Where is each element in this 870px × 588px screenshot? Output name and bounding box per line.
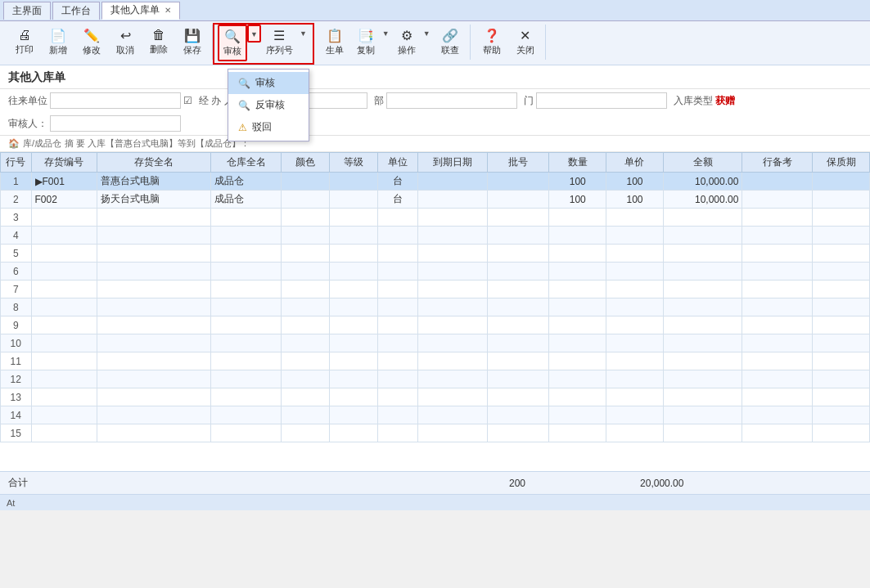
save-button[interactable]: 💾 保存	[176, 25, 209, 60]
table-row[interactable]: 10	[1, 334, 870, 352]
operate-dropdown-arrow[interactable]: ▼	[421, 25, 433, 41]
table-cell	[211, 370, 282, 388]
help-button[interactable]: ❓ 帮助	[476, 25, 508, 60]
table-cell	[488, 298, 549, 316]
table-row[interactable]: 5	[1, 245, 870, 263]
table-cell	[663, 352, 742, 370]
audit-dropdown-arrow[interactable]: ▼	[247, 25, 261, 43]
delete-label: 删除	[150, 43, 168, 56]
table-cell	[663, 245, 742, 263]
new-button[interactable]: 📄 新增	[42, 25, 74, 60]
table-row[interactable]: 2F002扬天台式电脑成品仓台10010010,000.00	[1, 191, 870, 209]
delete-button[interactable]: 🗑 删除	[142, 25, 175, 59]
save-icon: 💾	[184, 28, 201, 43]
table-cell	[488, 263, 549, 281]
table-cell	[31, 227, 97, 245]
table-row[interactable]: 7	[1, 281, 870, 298]
print-button[interactable]: 🖨 打印	[8, 25, 41, 59]
table-cell	[549, 370, 606, 388]
table-cell	[488, 388, 549, 406]
table-cell	[663, 209, 742, 227]
door-input[interactable]	[536, 92, 667, 109]
sequence-button[interactable]: ☰ 序列号	[262, 25, 297, 60]
edit-button[interactable]: ✏️ 修改	[75, 25, 108, 60]
table-cell	[742, 191, 813, 209]
tab-main[interactable]: 主界面	[3, 2, 51, 20]
supplier-check-icon[interactable]: ☑	[183, 95, 192, 106]
sequence-dropdown-arrow[interactable]: ▼	[297, 25, 309, 41]
table-cell	[31, 263, 97, 281]
table-row[interactable]: 12	[1, 370, 870, 388]
table-cell: 10,000.00	[663, 173, 742, 191]
table-cell	[549, 424, 606, 442]
table-cell: 成品仓	[211, 191, 282, 209]
table-cell: 3	[1, 209, 32, 227]
table-cell	[742, 388, 813, 406]
dropdown-unaudit-item[interactable]: 🔍 反审核	[228, 94, 309, 116]
table-cell	[549, 227, 606, 245]
table-row[interactable]: 9	[1, 316, 870, 334]
table-cell	[606, 227, 664, 245]
table-cell: 100	[549, 173, 606, 191]
audit-button[interactable]: 🔍 审核	[218, 25, 247, 61]
dept-input[interactable]	[386, 92, 517, 109]
dropdown-audit-label: 审核	[255, 76, 275, 90]
table-row[interactable]: 6	[1, 263, 870, 281]
table-cell: F002	[31, 191, 97, 209]
auditor-label: 审核人：	[8, 117, 47, 131]
dropdown-audit-item[interactable]: 🔍 审核	[228, 72, 309, 94]
table-cell	[742, 334, 813, 352]
table-cell	[97, 388, 210, 406]
delete-icon: 🗑	[152, 28, 165, 43]
col-warehouse: 仓库全名	[211, 153, 282, 173]
copy-button[interactable]: 📑 复制	[352, 25, 380, 60]
supplier-input[interactable]	[50, 92, 181, 109]
table-cell	[417, 209, 488, 227]
table-cell	[282, 298, 330, 316]
breadcrumb-warehouse: 库/成品仓	[23, 137, 61, 150]
tab-other-inbound[interactable]: 其他入库单 ✕	[101, 2, 180, 20]
col-shelf-life: 保质期	[813, 153, 870, 173]
table-cell	[282, 388, 330, 406]
table-cell	[378, 406, 417, 424]
operate-button[interactable]: ⚙ 操作	[393, 25, 421, 60]
edit-label: 修改	[83, 44, 101, 56]
cancel-button[interactable]: ↩ 取消	[109, 25, 142, 60]
table-row[interactable]: 8	[1, 298, 870, 316]
table-cell	[97, 352, 210, 370]
table-row[interactable]: 11	[1, 352, 870, 370]
dropdown-reject-icon: ⚠	[238, 122, 247, 133]
tab-workbench[interactable]: 工作台	[52, 2, 100, 20]
query-button[interactable]: 🔗 联查	[434, 25, 467, 60]
copy-dropdown-arrow[interactable]: ▼	[380, 25, 392, 41]
table-cell	[663, 298, 742, 316]
table-cell	[31, 245, 97, 263]
home-icon: 🏠	[8, 138, 20, 149]
table-cell	[742, 298, 813, 316]
dropdown-reject-item[interactable]: ⚠ 驳回	[228, 116, 309, 138]
table-cell	[330, 281, 378, 298]
table-cell	[378, 424, 417, 442]
table-cell	[31, 209, 97, 227]
table-cell	[97, 263, 210, 281]
table-row[interactable]: 13	[1, 388, 870, 406]
table-row[interactable]: 1▶F001普惠台式电脑成品仓台10010010,000.00	[1, 173, 870, 191]
help-icon: ❓	[484, 28, 500, 43]
table-cell	[282, 424, 330, 442]
table-row[interactable]: 14	[1, 406, 870, 424]
table-cell	[97, 209, 210, 227]
table-cell: 12	[1, 370, 32, 388]
close-window-icon: ✕	[520, 28, 530, 43]
auditor-input[interactable]	[50, 115, 181, 132]
table-row[interactable]: 3	[1, 209, 870, 227]
tab-close-icon[interactable]: ✕	[165, 6, 171, 15]
table-row[interactable]: 15	[1, 424, 870, 442]
footer-total-amount: 20,000.00	[640, 478, 683, 489]
table-cell	[606, 352, 664, 370]
col-expire: 到期日期	[417, 153, 488, 173]
table-cell	[549, 298, 606, 316]
close-window-button[interactable]: ✕ 关闭	[509, 25, 542, 60]
table-cell	[417, 406, 488, 424]
table-row[interactable]: 4	[1, 227, 870, 245]
generate-button[interactable]: 📋 生单	[318, 25, 351, 60]
